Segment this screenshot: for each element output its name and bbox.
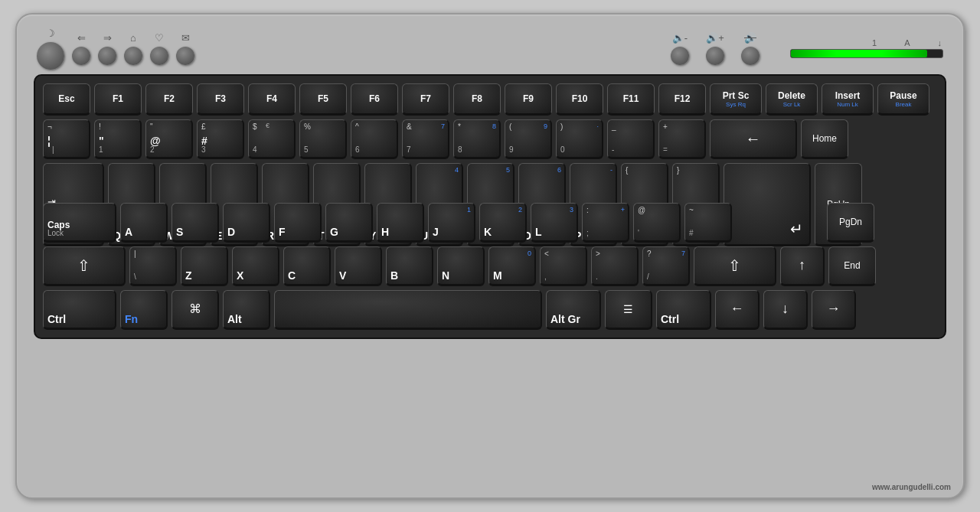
key-slash[interactable]: ? 7 /	[642, 246, 690, 286]
key-lshift[interactable]: ⇧	[43, 246, 126, 286]
sleep-button[interactable]: ☽	[37, 27, 64, 70]
key-f5[interactable]: F5	[299, 83, 347, 116]
key-minus[interactable]: _ -	[607, 119, 655, 159]
led-label-a: A	[904, 38, 910, 47]
key-f9[interactable]: F9	[505, 83, 552, 116]
enter-key-wrapper: ↵	[724, 163, 811, 246]
key-6[interactable]: ^ 6	[351, 119, 398, 159]
key-4[interactable]: $ € 4	[248, 119, 296, 159]
vol-down-button[interactable]: 🔈-	[671, 31, 689, 65]
key-f[interactable]: F	[274, 203, 322, 243]
key-pipe[interactable]: | \	[129, 246, 177, 286]
key-g[interactable]: G	[325, 203, 373, 243]
key-f7[interactable]: F7	[402, 83, 449, 116]
favorites-button[interactable]: ♡	[150, 31, 168, 65]
key-lctrl[interactable]: Ctrl	[43, 290, 116, 330]
key-l[interactable]: 3 L	[531, 203, 578, 243]
key-rctrl[interactable]: Ctrl	[656, 290, 711, 330]
vol-down-icon: 🔈-	[672, 31, 688, 44]
media-right: 🔈- 🔊+ 🔊	[671, 31, 767, 65]
key-c[interactable]: C	[283, 246, 331, 286]
key-super[interactable]: ⌘	[172, 290, 219, 330]
key-alt[interactable]: Alt	[223, 290, 270, 330]
vol-up-icon: 🔊+	[706, 31, 724, 44]
led-label-1: 1	[872, 38, 877, 47]
mail-button[interactable]: ✉	[176, 31, 194, 65]
key-k[interactable]: 2 K	[479, 203, 527, 243]
key-f6[interactable]: F6	[351, 83, 398, 116]
home-button[interactable]: ⌂	[124, 31, 142, 65]
key-capslock[interactable]: Caps Lock	[43, 203, 116, 243]
key-backtick[interactable]: ¬ ¦ ` |	[43, 119, 90, 159]
key-comma[interactable]: < ,	[540, 246, 587, 286]
key-delete[interactable]: Delete Scr Lk	[766, 83, 818, 116]
key-backspace[interactable]: ←	[710, 119, 797, 159]
key-hash[interactable]: ~ #	[684, 203, 732, 243]
key-2[interactable]: " @ 2	[145, 119, 193, 159]
key-prtsc[interactable]: Prt Sc Sys Rq	[710, 83, 762, 116]
key-equals[interactable]: + =	[658, 119, 706, 159]
key-altgr[interactable]: Alt Gr	[546, 290, 601, 330]
key-home[interactable]: Home	[801, 119, 848, 159]
key-right[interactable]: →	[812, 290, 856, 330]
key-m[interactable]: 0 M	[488, 246, 536, 286]
key-fn[interactable]: Fn	[120, 290, 168, 330]
bottom-row: Ctrl Fn ⌘ Alt Alt Gr ☰ Ctrl	[43, 290, 937, 330]
key-menu[interactable]: ☰	[605, 290, 652, 330]
key-b[interactable]: B	[386, 246, 433, 286]
key-f4[interactable]: F4	[248, 83, 296, 116]
key-f8[interactable]: F8	[453, 83, 501, 116]
key-v[interactable]: V	[335, 246, 382, 286]
key-n[interactable]: N	[437, 246, 485, 286]
key-rshift[interactable]: ⇧	[694, 246, 776, 286]
key-0[interactable]: ) · 0	[556, 119, 603, 159]
key-a[interactable]: A	[120, 203, 168, 243]
key-f2[interactable]: F2	[145, 83, 193, 116]
key-s[interactable]: S	[172, 203, 219, 243]
key-left[interactable]: ←	[715, 290, 760, 330]
key-pause[interactable]: Pause Break	[877, 83, 929, 116]
key-pgdn[interactable]: PgDn	[827, 203, 874, 243]
number-row: ¬ ¦ ` | ! " 1 " @ 2 £ # 3 $ €	[43, 119, 937, 159]
key-x[interactable]: X	[232, 246, 279, 286]
forward-button[interactable]: ⇒	[98, 31, 116, 65]
key-7[interactable]: & 7 7	[402, 119, 449, 159]
key-insert[interactable]: Insert Num Lk	[822, 83, 874, 116]
back-icon: ⇐	[77, 31, 86, 44]
key-down[interactable]: ↓	[763, 290, 808, 330]
media-row: ☽ ⇐ ⇒ ⌂ ♡ ✉ 🔈-	[34, 28, 946, 68]
key-h[interactable]: H	[377, 203, 424, 243]
key-z[interactable]: Z	[181, 246, 228, 286]
favorites-icon: ♡	[155, 31, 164, 44]
led-bar-container	[790, 49, 943, 58]
led-label-arrow: ↓	[938, 38, 942, 47]
key-f12[interactable]: F12	[658, 83, 706, 116]
key-esc-label: Esc	[58, 93, 74, 104]
key-space[interactable]	[274, 290, 542, 330]
led-bar	[791, 50, 927, 57]
key-j[interactable]: 1 J	[428, 203, 475, 243]
keys-area: Esc F1 F2 F3 F4 F5 F6 F7	[34, 74, 946, 339]
key-end[interactable]: End	[828, 246, 876, 286]
key-f11[interactable]: F11	[607, 83, 655, 116]
key-up[interactable]: ↑	[780, 246, 825, 286]
back-button[interactable]: ⇐	[72, 31, 90, 65]
key-5[interactable]: % 5	[299, 119, 347, 159]
key-semicolon[interactable]: : + ;	[582, 203, 629, 243]
key-f3[interactable]: F3	[197, 83, 244, 116]
key-f1[interactable]: F1	[94, 83, 142, 116]
key-8[interactable]: * 8 8	[453, 119, 501, 159]
key-3[interactable]: £ # 3	[197, 119, 244, 159]
key-esc[interactable]: Esc	[43, 83, 90, 116]
key-period[interactable]: > .	[591, 246, 639, 286]
mute-button[interactable]: 🔊	[741, 31, 760, 65]
vol-up-button[interactable]: 🔊+	[706, 31, 724, 65]
key-d[interactable]: D	[223, 203, 270, 243]
key-enter[interactable]: ↵	[724, 163, 811, 246]
led-section: 1 A ↓	[790, 38, 943, 58]
key-quote[interactable]: @ '	[633, 203, 681, 243]
key-f10[interactable]: F10	[556, 83, 603, 116]
key-1[interactable]: ! " 1	[94, 119, 142, 159]
key-9[interactable]: ( 9 9	[505, 119, 552, 159]
fn-key-row: Esc F1 F2 F3 F4 F5 F6 F7	[43, 83, 937, 116]
